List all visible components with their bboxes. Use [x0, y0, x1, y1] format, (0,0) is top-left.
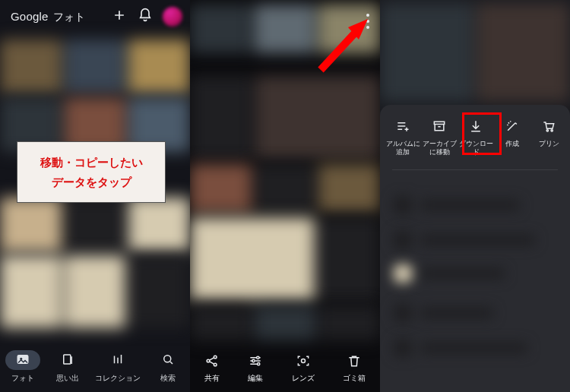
photo-blur	[477, 3, 570, 102]
photo-thumb[interactable]	[318, 217, 380, 301]
nav-label: 思い出	[56, 373, 79, 384]
search-icon	[161, 352, 175, 368]
photo-thumb[interactable]	[190, 5, 252, 53]
sheet-row-blur	[421, 308, 493, 318]
sheet-row-blur	[421, 343, 527, 353]
photo-thumb[interactable]	[65, 198, 126, 252]
lens-icon	[296, 353, 311, 370]
sheet-label: アーカイブに移動	[421, 140, 458, 156]
photo-thumb[interactable]	[0, 40, 62, 94]
action-label: レンズ	[292, 373, 315, 384]
sheet-row-blur	[421, 268, 505, 279]
svg-point-10	[252, 359, 255, 362]
sheet-add-to-album[interactable]: アルバムに追加	[385, 119, 421, 156]
app-top-bar: Google フォト	[0, 0, 190, 33]
sheet-row-blur	[394, 196, 412, 214]
svg-rect-2	[63, 355, 70, 364]
sheet-print[interactable]: プリン	[530, 119, 567, 148]
callout-line: データをタップ	[25, 172, 157, 192]
share-icon	[204, 353, 220, 370]
notifications-button[interactable]	[132, 4, 158, 30]
photo-thumb[interactable]	[128, 198, 190, 252]
sheet-row-blur	[394, 304, 412, 322]
svg-point-14	[546, 130, 548, 131]
photo-thumb[interactable]	[255, 76, 380, 160]
photo-thumb[interactable]	[255, 164, 316, 213]
sliders-icon	[248, 353, 263, 370]
photo-thumb[interactable]	[190, 164, 252, 213]
photo-thumb[interactable]	[255, 5, 316, 53]
action-label: 共有	[204, 373, 220, 384]
bottom-nav: フォト 思い出 コレクション 検索	[0, 342, 190, 392]
plus-icon	[112, 8, 127, 26]
account-avatar[interactable]	[163, 7, 182, 27]
nav-collection[interactable]: コレクション	[95, 350, 141, 384]
nav-photos[interactable]: フォト	[5, 350, 40, 384]
archive-icon	[432, 119, 447, 135]
cart-icon	[541, 119, 556, 135]
action-label: 編集	[248, 373, 263, 384]
sheet-label: アルバムに追加	[385, 140, 421, 156]
photo-thumb[interactable]	[0, 198, 62, 252]
sheet-row-blur	[421, 235, 535, 245]
sheet-label: 作成	[505, 140, 519, 147]
nav-memories[interactable]: 思い出	[50, 350, 85, 384]
sheet-row-blur	[394, 231, 412, 249]
trash-icon	[347, 353, 362, 370]
sheet-row-blur	[421, 200, 520, 210]
svg-point-8	[214, 363, 217, 366]
nav-label: 検索	[160, 373, 176, 384]
photo-thumb[interactable]	[65, 255, 126, 328]
panel-more-menu: アルバムに追加 アーカイブに移動 ダウンロード 作成 プリン	[380, 0, 570, 392]
svg-point-3	[163, 356, 170, 362]
brand-product: フォト	[53, 11, 86, 24]
photo-thumb[interactable]	[255, 305, 316, 340]
photo-thumb[interactable]	[190, 217, 315, 301]
sheet-archive[interactable]: アーカイブに移動	[421, 119, 458, 156]
callout-line: 移動・コピーしたい	[25, 153, 157, 172]
svg-point-15	[551, 130, 553, 131]
panel-photo-grid: Google フォト 移動・コピーしたい データをタップ	[0, 0, 190, 392]
image-icon	[16, 352, 30, 368]
sheet-row-blur	[394, 339, 412, 357]
photo-action-bar: 共有 編集 レンズ ゴミ箱	[190, 345, 380, 392]
action-trash[interactable]: ゴミ箱	[343, 353, 366, 384]
nav-label: フォト	[11, 373, 34, 384]
svg-point-12	[301, 359, 305, 363]
photo-thumb[interactable]	[190, 76, 252, 160]
svg-rect-13	[434, 122, 444, 124]
action-share[interactable]: 共有	[204, 353, 220, 384]
photo-blur	[380, 3, 473, 102]
sheet-separator	[392, 169, 558, 170]
sheet-row-blur	[394, 264, 412, 283]
photo-thumb[interactable]	[318, 164, 380, 213]
photo-thumb[interactable]	[0, 255, 62, 328]
photo-thumb[interactable]	[128, 255, 190, 328]
bell-icon	[138, 8, 153, 26]
wand-icon	[505, 119, 520, 135]
photo-thumb[interactable]	[65, 40, 126, 94]
collection-icon	[111, 352, 125, 368]
panel-photo-detail: 共有 編集 レンズ ゴミ箱	[190, 0, 380, 392]
action-label: ゴミ箱	[343, 373, 366, 384]
photo-thumb[interactable]	[318, 305, 380, 340]
annotation-arrow	[313, 17, 374, 81]
stacked-cards-icon	[61, 352, 74, 368]
playlist-add-icon	[395, 119, 410, 135]
nav-label: コレクション	[95, 373, 141, 384]
action-edit[interactable]: 編集	[248, 353, 263, 384]
svg-line-4	[321, 29, 359, 70]
svg-point-6	[207, 359, 210, 362]
svg-point-11	[258, 363, 260, 365]
brand-google: Google	[11, 10, 49, 23]
svg-point-7	[214, 356, 217, 359]
instruction-callout: 移動・コピーしたい データをタップ	[17, 141, 166, 203]
sheet-label: プリン	[539, 140, 559, 147]
photo-thumb[interactable]	[190, 305, 252, 340]
annotation-highlight-download	[462, 112, 502, 155]
nav-search[interactable]: 検索	[150, 350, 185, 384]
photo-thumb[interactable]	[128, 40, 190, 94]
svg-point-9	[257, 356, 259, 359]
add-button[interactable]	[106, 4, 132, 30]
action-lens[interactable]: レンズ	[292, 353, 315, 384]
